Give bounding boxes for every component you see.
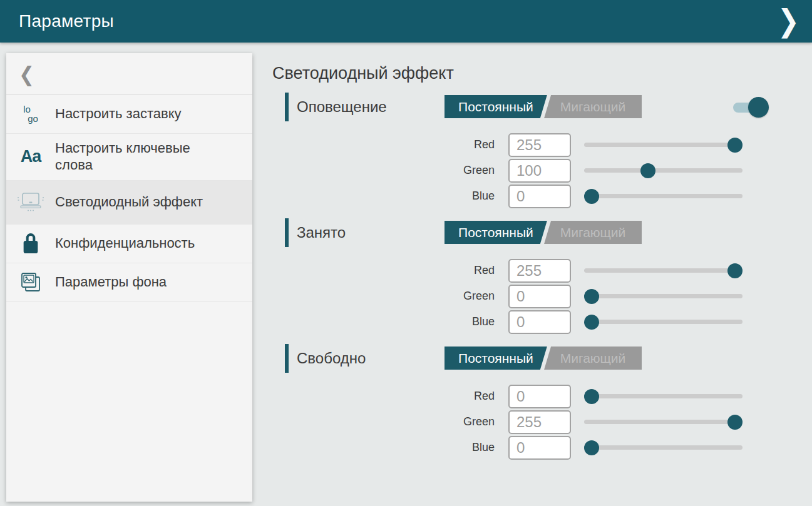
sidebar-item-led-effect[interactable]: Светодиодный эффект [6, 181, 252, 225]
blue-value-input[interactable] [508, 185, 571, 208]
slider-track [584, 420, 743, 424]
blue-label: Blue [272, 441, 495, 454]
sidebar-item-label: Конфиденциальность [55, 235, 195, 252]
red-value-input[interactable] [508, 133, 571, 157]
mode-constant-button[interactable]: Постоянный [445, 347, 547, 370]
green-row: Green [272, 283, 812, 309]
sidebar-item-label: Настроить заставку [55, 106, 182, 123]
section-busy: Занято Постоянный Мигающий Red Green [272, 218, 812, 335]
green-value-input[interactable] [508, 285, 571, 308]
slider-track [584, 445, 743, 450]
slider-thumb[interactable] [584, 389, 599, 404]
logo-icon: lo go [6, 105, 55, 123]
blue-value-input[interactable] [508, 436, 571, 460]
sidebar-item-label: Настроить ключевые слова [55, 140, 212, 174]
sidebar-item-privacy[interactable]: Конфиденциальность [6, 225, 252, 263]
mode-segmented-control: Постоянный Мигающий [445, 347, 642, 370]
mode-blinking-button[interactable]: Мигающий [544, 347, 642, 370]
section-notification: Оповещение Постоянный Мигающий Red Green [272, 92, 812, 209]
blue-row: Blue [272, 309, 812, 335]
slider-track [584, 168, 743, 173]
green-slider[interactable] [584, 289, 743, 304]
sidebar-item-keywords[interactable]: Aa Настроить ключевые слова [6, 134, 252, 181]
section-accent-bar [285, 218, 289, 247]
slider-track [584, 268, 743, 273]
background-images-icon [6, 271, 55, 293]
app-header: Параметры ❯ [0, 0, 812, 43]
green-label: Green [272, 415, 495, 428]
red-row: Red [272, 383, 812, 409]
slider-thumb[interactable] [584, 289, 599, 304]
red-label: Red [272, 390, 495, 403]
blue-value-input[interactable] [508, 310, 571, 334]
blue-label: Blue [272, 190, 495, 203]
blue-slider[interactable] [584, 189, 743, 204]
red-slider[interactable] [584, 263, 743, 278]
section-accent-bar [285, 344, 289, 373]
mode-blinking-label: Мигающий [560, 225, 626, 240]
red-slider[interactable] [584, 389, 743, 404]
mode-constant-button[interactable]: Постоянный [445, 95, 547, 118]
red-row: Red [272, 258, 812, 283]
green-row: Green [272, 158, 812, 183]
slider-thumb[interactable] [640, 163, 655, 178]
green-label: Green [272, 164, 495, 177]
slider-thumb[interactable] [584, 189, 599, 204]
mode-segmented-control: Постоянный Мигающий [445, 95, 642, 118]
mode-constant-label: Постоянный [458, 351, 533, 366]
mode-constant-button[interactable]: Постоянный [445, 221, 547, 244]
red-row: Red [272, 132, 812, 158]
section-title: Оповещение [297, 98, 387, 116]
led-screen-icon [6, 191, 55, 213]
slider-track [584, 394, 743, 398]
blue-label: Blue [272, 315, 495, 328]
sidebar-collapse-row[interactable]: ❮ [6, 53, 252, 95]
slider-track [584, 143, 743, 147]
slider-thumb[interactable] [727, 138, 743, 153]
red-label: Red [272, 138, 495, 151]
chevron-right-icon[interactable]: ❯ [778, 6, 799, 36]
section-accent-bar [285, 93, 289, 121]
red-value-input[interactable] [508, 385, 571, 408]
toggle-thumb [748, 97, 769, 118]
slider-track [584, 194, 743, 198]
blue-row: Blue [272, 435, 812, 460]
red-value-input[interactable] [508, 259, 571, 283]
mode-blinking-label: Мигающий [560, 99, 626, 114]
red-label: Red [272, 264, 495, 277]
led-effect-panel: Светодиодный эффект Оповещение Постоянны… [272, 43, 812, 460]
chevron-left-icon: ❮ [19, 62, 34, 86]
sidebar-item-label: Параметры фона [55, 274, 167, 291]
slider-track [584, 320, 743, 324]
logo-icon-line2: go [28, 114, 38, 123]
blue-row: Blue [272, 183, 812, 209]
lock-icon [6, 232, 55, 255]
green-label: Green [272, 290, 495, 303]
slider-thumb[interactable] [584, 315, 599, 330]
green-slider[interactable] [584, 415, 743, 430]
green-value-input[interactable] [508, 410, 571, 434]
slider-thumb[interactable] [584, 440, 599, 455]
sidebar-item-screensaver[interactable]: lo go Настроить заставку [6, 95, 252, 134]
page-title: Параметры [19, 11, 114, 31]
blue-slider[interactable] [584, 440, 743, 455]
green-value-input[interactable] [508, 159, 571, 183]
red-slider[interactable] [584, 138, 743, 153]
slider-thumb[interactable] [727, 263, 743, 278]
panel-title: Светодиодный эффект [272, 64, 812, 83]
sidebar-item-background[interactable]: Параметры фона [6, 263, 252, 302]
mode-constant-label: Постоянный [458, 225, 533, 240]
blue-slider[interactable] [584, 315, 743, 330]
mode-blinking-label: Мигающий [560, 351, 626, 366]
notification-enabled-toggle[interactable] [733, 97, 769, 118]
settings-sidebar: ❮ lo go Настроить заставку Aa Настроить … [6, 53, 252, 502]
slider-thumb[interactable] [727, 415, 743, 430]
green-slider[interactable] [584, 163, 743, 178]
mode-constant-label: Постоянный [458, 99, 533, 114]
green-row: Green [272, 409, 812, 435]
mode-segmented-control: Постоянный Мигающий [445, 221, 642, 244]
mode-blinking-button[interactable]: Мигающий [544, 95, 642, 118]
section-free: Свободно Постоянный Мигающий Red Green [272, 343, 812, 460]
mode-blinking-button[interactable]: Мигающий [544, 221, 642, 244]
aa-glyph: Aa [21, 147, 41, 166]
